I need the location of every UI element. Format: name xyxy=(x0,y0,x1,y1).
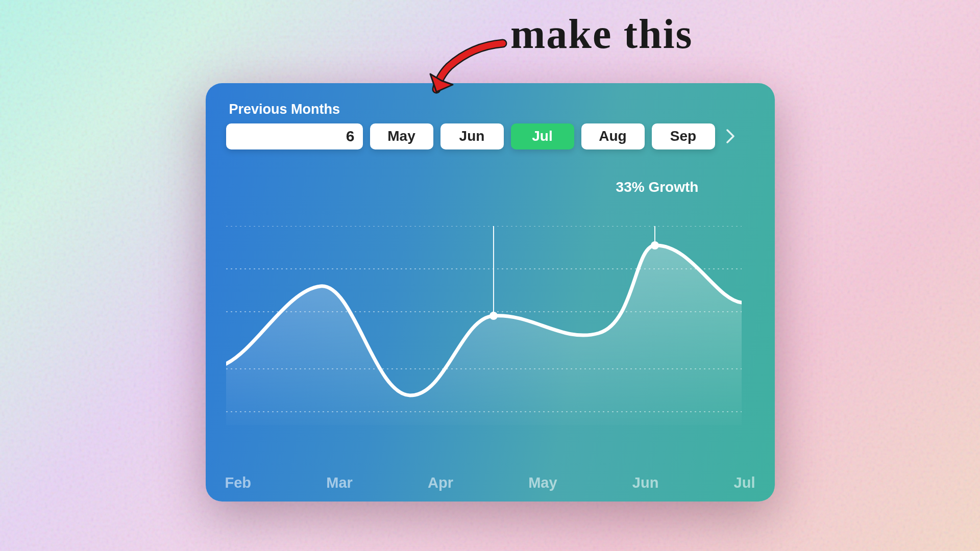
growth-annotation-label: 33% Growth xyxy=(578,179,737,195)
months-count-input[interactable] xyxy=(226,123,363,149)
month-button-jun[interactable]: Jun xyxy=(440,123,504,149)
arrow-annotation-icon xyxy=(426,36,513,102)
x-tick: May xyxy=(528,474,557,491)
data-point-marker xyxy=(651,241,659,249)
month-button-jul[interactable]: Jul xyxy=(511,123,574,149)
x-tick: Mar xyxy=(326,474,353,491)
next-month-button[interactable] xyxy=(722,123,739,149)
area-fill xyxy=(226,245,742,424)
data-point-marker xyxy=(489,312,498,320)
x-axis: Feb Mar Apr May Jun Jul xyxy=(226,474,754,491)
month-button-aug[interactable]: Aug xyxy=(581,123,645,149)
chart-card: Previous Months May Jun Jul Aug Sep 33% … xyxy=(206,83,775,502)
x-tick: Feb xyxy=(225,474,252,491)
chevron-right-icon xyxy=(726,129,735,144)
previous-months-label: Previous Months xyxy=(229,102,754,117)
x-tick: Apr xyxy=(428,474,453,491)
x-tick: Jun xyxy=(632,474,659,491)
controls-row: May Jun Jul Aug Sep xyxy=(226,123,754,149)
area-chart xyxy=(226,226,742,425)
month-button-sep[interactable]: Sep xyxy=(652,123,715,149)
x-tick: Jul xyxy=(734,474,755,491)
handwriting-annotation: make this xyxy=(510,10,693,58)
month-button-may[interactable]: May xyxy=(370,123,433,149)
